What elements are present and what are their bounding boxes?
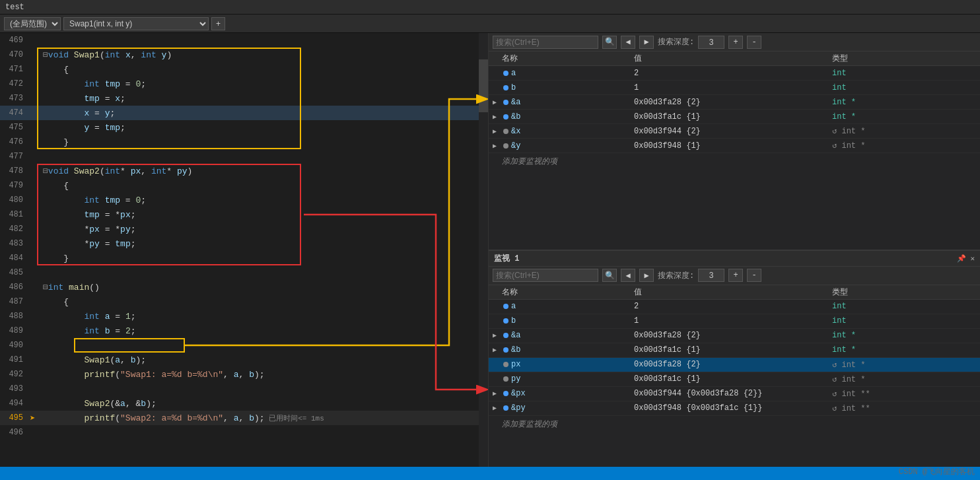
watch-col-header-top: 名称 值 类型 [489, 51, 980, 66]
add-btn[interactable]: + [211, 17, 225, 30]
code-line: 473 tmp = x; [0, 91, 488, 106]
watch-row[interactable]: ▶&px 0x00d3f944 {0x00d3fa28 {2}} ↺ int *… [489, 387, 980, 401]
watch-table-top: a 2 int b 1 int ▶&a 0x00d3fa28 {2} int *… [489, 66, 980, 250]
depth-val-bottom[interactable] [698, 269, 724, 282]
depth-val-top[interactable] [698, 36, 724, 49]
watch-bottom-header: 监视 1 📌 ✕ [489, 251, 980, 267]
search-icon-bottom[interactable]: 🔍 [602, 269, 617, 282]
pin-icon[interactable]: 📌 [957, 254, 966, 263]
watch-row[interactable]: ▶&y 0x00d3f948 {1} ↺ int * [489, 139, 980, 153]
code-line: 483 *py = tmp; [0, 236, 488, 251]
nav-back-bottom[interactable]: ◀ [621, 269, 635, 282]
watch-row[interactable]: ▶&py 0x00d3f948 {0x00d3fa1c {1}} ↺ int *… [489, 401, 980, 416]
title-text: test [5, 3, 24, 12]
scroll-thumb [479, 59, 488, 112]
code-line: 496 [0, 425, 488, 440]
panel-controls: 📌 ✕ [957, 254, 975, 263]
status-bar [0, 467, 980, 480]
watch-panel-top: 🔍 ◀ ▶ 搜索深度: + - 名称 值 类型 a 2 int [489, 33, 980, 251]
watch-row[interactable]: a 2 int [489, 300, 980, 314]
watch-search-input-top[interactable] [493, 36, 598, 49]
main-content: 469 470 ⊟void Swap1(int x, int y) 471 { … [0, 33, 980, 467]
watch-table-bottom: a 2 int b 1 int ▶&a 0x00d3fa28 {2} int *… [489, 300, 980, 467]
add-watch-top[interactable]: 添加要监视的项 [489, 153, 980, 170]
code-lines: 469 470 ⊟void Swap1(int x, int y) 471 { … [0, 33, 488, 440]
code-line: 470 ⊟void Swap1(int x, int y) [0, 48, 488, 62]
watch-row[interactable]: ▶&x 0x00d3f944 {2} ↺ int * [489, 124, 980, 139]
code-line: 477 [0, 149, 488, 164]
code-line: 469 [0, 33, 488, 48]
watch-row[interactable]: ▶&a 0x00d3fa28 {2} int * [489, 329, 980, 343]
code-line: 472 int tmp = 0; [0, 77, 488, 91]
col-val-bottom: 值 [634, 287, 832, 298]
code-line: 471 { [0, 62, 488, 77]
code-line: 494 Swap2(&a, &b); [0, 396, 488, 411]
code-line: 489 int b = 2; [0, 324, 488, 338]
watch-row[interactable]: ▶&b 0x00d3fa1c {1} int * [489, 343, 980, 358]
depth-label-bottom: 搜索深度: [658, 270, 694, 281]
code-line: 482 *px = *py; [0, 222, 488, 236]
right-panel: 🔍 ◀ ▶ 搜索深度: + - 名称 值 类型 a 2 int [489, 33, 980, 467]
code-line: 492 printf("Swap1: a=%d b=%d\n", a, b); [0, 367, 488, 382]
watch-row[interactable]: ▶&b 0x00d3fa1c {1} int * [489, 110, 980, 124]
code-line: 488 int a = 1; [0, 309, 488, 324]
watch-row[interactable]: py 0x00d3fa1c {1} ↺ int * [489, 372, 980, 387]
code-line: 475 y = tmp; [0, 120, 488, 135]
col-name-bottom: 名称 [489, 287, 634, 298]
col-type-bottom: 类型 [832, 287, 980, 298]
close-icon[interactable]: ✕ [970, 254, 975, 263]
toolbar: (全局范围) Swap1(int x, int y) + [0, 15, 980, 33]
scroll-track[interactable] [479, 33, 488, 467]
watch-row[interactable]: b 1 int [489, 314, 980, 329]
func-select[interactable]: Swap1(int x, int y) [63, 17, 209, 30]
code-line: 474 x = y; [0, 106, 488, 120]
code-line: 479 { [0, 178, 488, 193]
depth-dec-bottom[interactable]: - [747, 269, 761, 282]
code-line: 490 [0, 338, 488, 353]
col-name-top: 名称 [489, 53, 634, 64]
col-type-top: 类型 [832, 53, 980, 64]
depth-label-top: 搜索深度: [658, 36, 694, 48]
code-line: 487 { [0, 294, 488, 309]
code-panel: 469 470 ⊟void Swap1(int x, int y) 471 { … [0, 33, 489, 467]
depth-dec-top[interactable]: - [747, 36, 761, 49]
scope-select[interactable]: (全局范围) [4, 17, 61, 30]
watch-row[interactable]: a 2 int [489, 66, 980, 81]
watch-search-input-bottom[interactable] [493, 269, 598, 282]
code-line: 480 int tmp = 0; [0, 193, 488, 207]
watch-col-header-bottom: 名称 值 类型 [489, 285, 980, 300]
add-watch-bottom[interactable]: 添加要监视的项 [489, 416, 980, 432]
watch-panel-bottom: 监视 1 📌 ✕ 🔍 ◀ ▶ 搜索深度: + - 名称 值 [489, 251, 980, 467]
depth-inc-bottom[interactable]: + [728, 269, 743, 282]
code-line: 476 } [0, 135, 488, 149]
watch-search-bar-top: 🔍 ◀ ▶ 搜索深度: + - [489, 33, 980, 51]
watch-row[interactable]: b 1 int [489, 81, 980, 95]
nav-back-top[interactable]: ◀ [621, 36, 635, 49]
code-line: 491 Swap1(a, b); [0, 353, 488, 367]
code-line: 478 ⊟void Swap2(int* px, int* py) [0, 164, 488, 178]
code-line: 484 } [0, 251, 488, 265]
search-icon-top[interactable]: 🔍 [602, 36, 617, 49]
code-area: 469 470 ⊟void Swap1(int x, int y) 471 { … [0, 33, 488, 467]
watch-search-bar-bottom: 🔍 ◀ ▶ 搜索深度: + - [489, 267, 980, 285]
code-line: 495 ➤ printf("Swap2: a=%d b=%d\n", a, b)… [0, 411, 488, 425]
nav-fwd-top[interactable]: ▶ [639, 36, 654, 49]
watch-row[interactable]: ▶&a 0x00d3fa28 {2} int * [489, 95, 980, 110]
col-val-top: 值 [634, 53, 832, 64]
nav-fwd-bottom[interactable]: ▶ [639, 269, 654, 282]
depth-inc-top[interactable]: + [728, 36, 743, 49]
watch-title-bottom: 监视 1 [494, 253, 519, 264]
code-line: 485 [0, 265, 488, 280]
watch-row[interactable]: px 0x00d3fa28 {2} ↺ int * [489, 358, 980, 372]
code-line: 481 tmp = *px; [0, 207, 488, 222]
code-line: 493 [0, 382, 488, 396]
code-line: 486 ⊟int main() [0, 280, 488, 294]
title-bar: test [0, 0, 980, 15]
